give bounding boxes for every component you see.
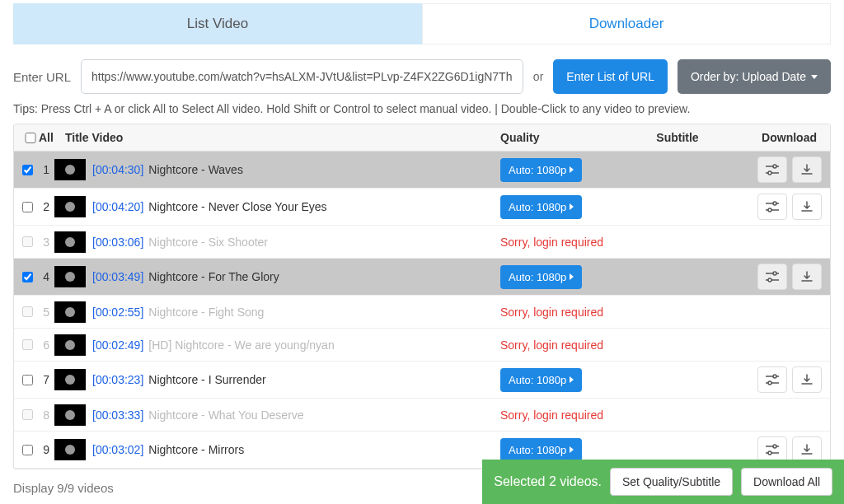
- sliders-icon: [765, 271, 780, 282]
- login-required-text: Sorry, login required: [500, 408, 603, 422]
- row-number: 3: [36, 236, 49, 249]
- quality-button[interactable]: Auto: 1080p: [500, 265, 582, 289]
- svg-point-5: [773, 202, 776, 205]
- login-required-text: Sorry, login required: [500, 306, 603, 319]
- row-checkbox[interactable]: [22, 375, 33, 385]
- video-title: Nightcore - What You Deserve: [148, 408, 303, 422]
- table-row[interactable]: 1[00:04:30]Nightcore - WavesAuto: 1080p: [14, 152, 830, 189]
- row-checkbox: [22, 409, 33, 420]
- tab-downloader[interactable]: Downloader: [422, 3, 831, 44]
- table-row[interactable]: 4[00:03:49]Nightcore - For The GloryAuto…: [14, 259, 830, 296]
- settings-button[interactable]: [757, 366, 787, 393]
- sliders-icon: [765, 164, 780, 175]
- video-thumbnail: [54, 196, 86, 217]
- table-row[interactable]: 6[00:02:49][HD] Nightcore - We are young…: [14, 329, 830, 362]
- select-all-checkbox[interactable]: [22, 133, 39, 143]
- video-thumbnail: [54, 266, 86, 287]
- sliders-icon: [765, 374, 780, 385]
- row-number: 6: [36, 338, 49, 352]
- quality-button[interactable]: Auto: 1080p: [500, 438, 582, 462]
- row-number: 4: [36, 270, 49, 283]
- settings-button[interactable]: [757, 264, 787, 290]
- video-duration: [00:03:06]: [92, 236, 143, 249]
- quality-button[interactable]: Auto: 1080p: [500, 158, 582, 182]
- table-row[interactable]: 7[00:03:23]Nightcore - I SurrenderAuto: …: [14, 362, 830, 399]
- table-row[interactable]: 2[00:04:20]Nightcore - Never Close Your …: [14, 189, 830, 226]
- svg-point-19: [768, 451, 771, 455]
- order-by-label: Order by: Upload Date: [691, 70, 806, 83]
- or-text: or: [533, 70, 543, 83]
- caret-right-icon: [570, 446, 574, 453]
- download-icon: [800, 200, 814, 213]
- video-duration: [00:04:30]: [92, 163, 143, 176]
- caret-right-icon: [570, 166, 574, 173]
- settings-button[interactable]: [757, 156, 787, 183]
- video-thumbnail: [54, 369, 86, 390]
- tab-list-video[interactable]: List Video: [13, 3, 422, 44]
- download-all-button[interactable]: Download All: [741, 468, 832, 496]
- video-duration: [00:04:20]: [92, 200, 143, 213]
- video-duration: [00:03:23]: [92, 373, 143, 386]
- download-button[interactable]: [792, 264, 822, 290]
- video-duration: [00:03:49]: [92, 270, 143, 283]
- video-thumbnail: [54, 231, 86, 253]
- row-checkbox[interactable]: [22, 165, 33, 175]
- row-checkbox[interactable]: [22, 445, 33, 455]
- quality-button[interactable]: Auto: 1080p: [500, 195, 582, 219]
- svg-point-7: [768, 208, 771, 212]
- video-thumbnail: [54, 439, 86, 460]
- table-row[interactable]: 3[00:03:06]Nightcore - Six ShooterSorry,…: [14, 226, 830, 259]
- row-number: 8: [36, 408, 49, 422]
- set-quality-button[interactable]: Set Quality/Subtitle: [610, 468, 733, 496]
- download-icon: [800, 270, 814, 283]
- row-checkbox: [22, 339, 33, 350]
- header-subtitle: Subtitle: [616, 131, 739, 144]
- svg-point-3: [768, 171, 771, 175]
- download-button[interactable]: [792, 366, 822, 393]
- tips-text: Tips: Press Ctrl + A or click All to Sel…: [13, 102, 831, 115]
- selected-count: Selected 2 videos.: [494, 474, 602, 489]
- header-download: Download: [739, 131, 822, 144]
- row-checkbox[interactable]: [22, 202, 33, 212]
- login-required-text: Sorry, login required: [500, 236, 603, 249]
- main-tabs: List Video Downloader: [13, 3, 831, 44]
- video-title: Nightcore - Mirrors: [148, 443, 244, 456]
- header-all[interactable]: All: [39, 131, 65, 144]
- download-icon: [800, 373, 814, 386]
- svg-point-15: [768, 381, 771, 385]
- svg-point-13: [773, 375, 776, 378]
- url-label: Enter URL: [13, 70, 71, 84]
- header-title: Title Video: [65, 131, 500, 144]
- sliders-icon: [765, 444, 780, 455]
- video-title: Nightcore - Six Shooter: [148, 236, 268, 249]
- settings-button[interactable]: [757, 194, 787, 220]
- download-button[interactable]: [792, 194, 822, 220]
- row-checkbox[interactable]: [22, 272, 33, 282]
- video-title: Nightcore - Never Close Your Eyes: [148, 200, 326, 213]
- caret-right-icon: [570, 273, 574, 280]
- svg-point-1: [773, 165, 776, 168]
- video-thumbnail: [54, 301, 86, 323]
- video-duration: [00:03:33]: [92, 408, 143, 422]
- download-button[interactable]: [792, 156, 822, 183]
- video-duration: [00:02:55]: [92, 306, 143, 319]
- order-by-button[interactable]: Order by: Upload Date: [678, 59, 831, 94]
- login-required-text: Sorry, login required: [500, 338, 603, 352]
- table-row[interactable]: 5[00:02:55]Nightcore - Fight SongSorry, …: [14, 296, 830, 329]
- quality-button[interactable]: Auto: 1080p: [500, 368, 582, 392]
- chevron-down-icon: [811, 75, 818, 79]
- footer-bar: Selected 2 videos. Set Quality/Subtitle …: [482, 460, 844, 504]
- video-title: Nightcore - I Surrender: [148, 373, 265, 386]
- video-thumbnail: [54, 159, 86, 180]
- table-row[interactable]: 8[00:03:33]Nightcore - What You DeserveS…: [14, 399, 830, 432]
- download-icon: [800, 163, 814, 176]
- video-title: Nightcore - Waves: [148, 163, 243, 176]
- svg-point-17: [773, 445, 776, 448]
- download-icon: [800, 443, 814, 456]
- url-input[interactable]: [81, 59, 523, 94]
- caret-right-icon: [570, 203, 574, 210]
- row-number: 9: [36, 443, 49, 456]
- video-title: Nightcore - For The Glory: [148, 270, 279, 283]
- video-thumbnail: [54, 334, 86, 356]
- enter-list-button[interactable]: Enter List of URL: [553, 59, 668, 94]
